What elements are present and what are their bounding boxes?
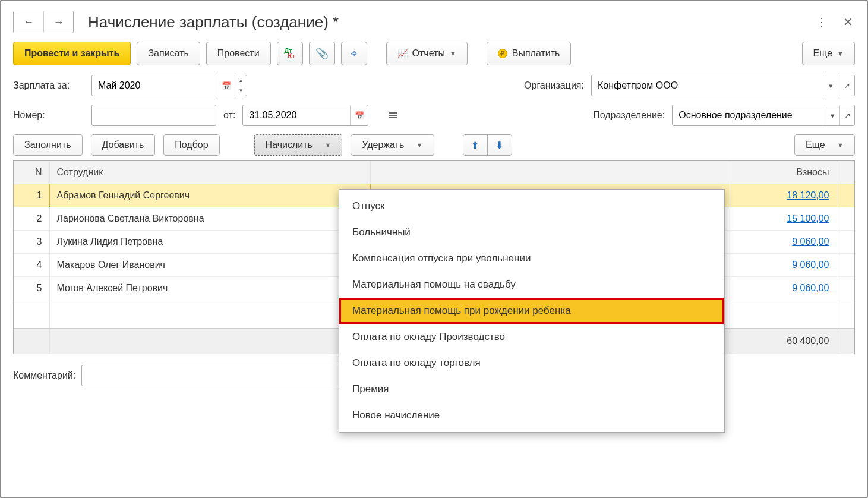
period-spinner: ▲ ▼	[235, 75, 247, 96]
caret-down-icon: ▼	[450, 50, 456, 57]
date-input-group: 📅	[242, 105, 368, 126]
list-icon[interactable]	[389, 112, 397, 118]
cell-n: 5	[14, 277, 49, 300]
org-label: Организация:	[524, 80, 584, 91]
fill-button[interactable]: Заполнить	[13, 134, 83, 156]
spinner-down[interactable]: ▼	[235, 86, 247, 96]
accrue-dropdown: ОтпускБольничныйКомпенсация отпуска при …	[339, 189, 725, 433]
pay-button[interactable]: ₽Выплатить	[487, 42, 572, 65]
move-down-button[interactable]: ⬇	[487, 134, 512, 156]
dtkt-button[interactable]: Дт Кт	[277, 42, 303, 65]
withhold-button[interactable]: Удержать ▼	[351, 134, 434, 156]
dropdown-item[interactable]: Новое начисление	[339, 402, 724, 428]
caret-down-icon: ▼	[837, 141, 844, 149]
org-select: ▾ ↗	[591, 75, 855, 96]
withhold-label: Удержать	[362, 140, 404, 150]
accrue-button[interactable]: Начислить ▼	[254, 134, 343, 156]
salary-for-input[interactable]	[92, 75, 217, 96]
cell-employee: Могов Алексей Петрович	[49, 277, 370, 300]
move-row-buttons: ⬆ ⬇	[463, 134, 512, 156]
cell-vznosy[interactable]: 18 120,00	[730, 184, 837, 207]
nav-buttons: ← →	[13, 11, 74, 33]
move-up-button[interactable]: ⬆	[463, 134, 488, 156]
date-input[interactable]	[243, 105, 350, 125]
accrue-label: Начислить	[266, 140, 313, 150]
dropdown-item[interactable]: Отпуск	[339, 193, 724, 219]
salary-for-input-group: 📅 ▲ ▼	[91, 75, 247, 96]
cell-n: 1	[14, 184, 49, 207]
dropdown-item[interactable]: Материальная помощь при рождении ребенка	[339, 298, 724, 324]
cell-vznosy[interactable]: 15 100,00	[730, 207, 837, 231]
kebab-menu-icon[interactable]: ⋮	[815, 15, 829, 29]
cell-employee: Ларионова Светлана Викторовна	[49, 207, 370, 231]
more-button[interactable]: Еще▼	[802, 42, 855, 65]
forward-button[interactable]: →	[43, 11, 73, 33]
caret-down-icon: ▼	[324, 141, 331, 149]
dropdown-item[interactable]: Компенсация отпуска при увольнении	[339, 245, 724, 272]
dropdown-icon[interactable]: ▾	[825, 105, 839, 125]
dropdown-item[interactable]: Премия	[339, 376, 724, 402]
post-button[interactable]: Провести	[206, 42, 271, 65]
chart-icon: 📈	[397, 49, 408, 58]
main-toolbar: Провести и закрыть Записать Провести Дт …	[13, 42, 855, 65]
col-n-header[interactable]: N	[14, 161, 49, 184]
open-icon[interactable]: ↗	[839, 105, 854, 125]
dept-select: ▾ ↗	[672, 105, 855, 126]
dropdown-icon[interactable]: ▾	[823, 75, 838, 96]
form-row-2: Номер: от: 📅 Подразделение: ▾ ↗	[13, 105, 855, 126]
comment-label: Комментарий:	[13, 370, 75, 381]
calendar-icon[interactable]: 📅	[350, 105, 368, 125]
cell-vznosy[interactable]: 9 060,00	[730, 277, 837, 300]
table-toolbar: Заполнить Добавить Подбор Начислить ▼ Уд…	[13, 134, 855, 156]
calendar-icon[interactable]: 📅	[217, 75, 235, 96]
close-icon[interactable]: ✕	[841, 15, 855, 29]
arrow-up-icon: ⬆	[471, 140, 479, 151]
reports-button[interactable]: 📈Отчеты▼	[386, 42, 468, 65]
cell-employee: Абрамов Геннадий Сергеевич	[49, 184, 370, 207]
cell-n: 3	[14, 231, 49, 254]
titlebar: ← → Начисление зарплаты (создание) * ⋮ ✕	[13, 11, 855, 33]
cell-vznosy[interactable]: 9 060,00	[730, 231, 837, 254]
pay-label: Выплатить	[512, 48, 560, 59]
table-more-button[interactable]: Еще ▼	[794, 134, 855, 156]
dropdown-item[interactable]: Оплата по окладу торговля	[339, 350, 724, 376]
number-input[interactable]	[92, 105, 216, 125]
save-button[interactable]: Записать	[137, 42, 200, 65]
more-label: Еще	[813, 48, 833, 59]
coin-icon: ₽	[498, 49, 507, 58]
cell-n: 2	[14, 207, 49, 231]
cell-employee: Лукина Лидия Петровна	[49, 231, 370, 254]
form-row-1: Зарплата за: 📅 ▲ ▼ Организация: ▾ ↗	[13, 75, 855, 96]
table-more-label: Еще	[806, 140, 825, 150]
number-label: Номер:	[13, 110, 84, 121]
tree-icon: ⎆	[351, 48, 357, 59]
col-employee-header[interactable]: Сотрудник	[49, 161, 370, 184]
dtkt-icon: Дт Кт	[284, 48, 295, 59]
dropdown-item[interactable]: Оплата по окладу Производство	[339, 324, 724, 350]
cell-employee: Макаров Олег Иванович	[49, 254, 370, 277]
add-button[interactable]: Добавить	[91, 134, 156, 156]
back-button[interactable]: ←	[14, 11, 43, 33]
org-input[interactable]	[592, 75, 823, 96]
cell-vznosy[interactable]: 9 060,00	[730, 254, 837, 277]
paperclip-icon: 📎	[315, 47, 329, 60]
caret-down-icon: ▼	[837, 50, 844, 57]
post-and-close-button[interactable]: Провести и закрыть	[13, 42, 131, 65]
attach-button[interactable]: 📎	[309, 42, 335, 65]
open-icon[interactable]: ↗	[839, 75, 854, 96]
dept-input[interactable]	[673, 105, 825, 125]
col-end-header	[837, 161, 854, 184]
caret-down-icon: ▼	[416, 141, 423, 149]
window-title: Начисление зарплаты (создание) *	[88, 13, 815, 31]
col-mid-header[interactable]	[370, 161, 730, 184]
window: ← → Начисление зарплаты (создание) * ⋮ ✕…	[0, 0, 868, 498]
dropdown-item[interactable]: Больничный	[339, 219, 724, 245]
spinner-up[interactable]: ▲	[235, 75, 247, 86]
table-header-row: N Сотрудник Взносы	[14, 161, 854, 184]
salary-for-label: Зарплата за:	[13, 80, 84, 91]
structure-button[interactable]: ⎆	[341, 42, 367, 65]
number-input-group	[91, 105, 216, 126]
col-vznosy-header[interactable]: Взносы	[730, 161, 837, 184]
dropdown-item[interactable]: Материальная помощь на свадьбу	[339, 272, 724, 298]
pick-button[interactable]: Подбор	[163, 134, 219, 156]
